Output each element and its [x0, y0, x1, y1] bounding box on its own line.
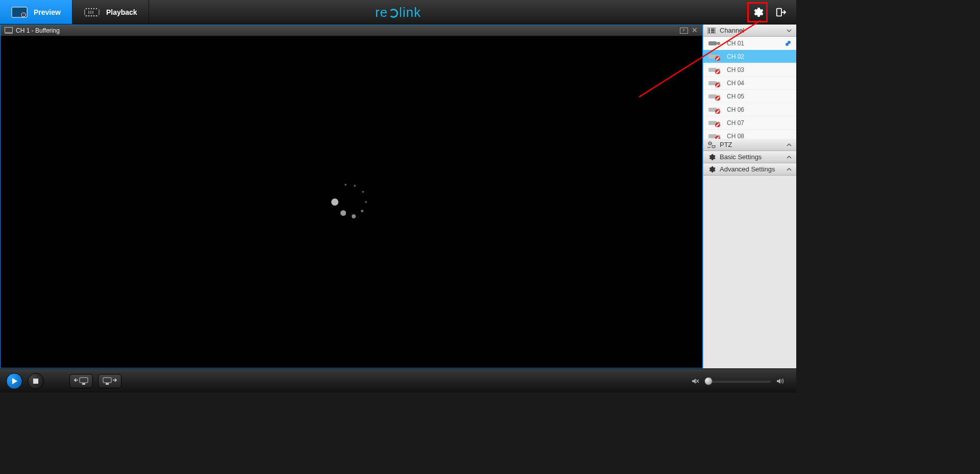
camera-disabled-icon: [708, 132, 722, 139]
fullscreen-button[interactable]: F: [680, 28, 688, 34]
link-icon[interactable]: [785, 40, 791, 46]
sidebar: Channel CH 01CH 02CH 03CH 04CH 05CH 06CH…: [703, 24, 796, 368]
playback-icon: [84, 7, 100, 18]
channel-label: CH 06: [727, 106, 744, 113]
channel-label: CH 08: [727, 133, 744, 139]
settings-button[interactable]: [747, 2, 768, 22]
chevron-up-icon: [786, 142, 792, 148]
channel-label: CH 04: [727, 80, 744, 87]
svg-rect-13: [88, 15, 89, 16]
channel-item[interactable]: CH 08: [703, 130, 796, 139]
panel-header-adv-settings[interactable]: Advanced Settings: [703, 163, 796, 176]
bottom-bar: [0, 368, 796, 393]
svg-rect-11: [96, 8, 97, 9]
volume-slider-thumb[interactable]: [704, 377, 713, 385]
camera-disabled-icon: [708, 79, 722, 87]
close-video-button[interactable]: ✕: [691, 27, 698, 34]
channel-label: CH 07: [727, 119, 744, 127]
svg-rect-69: [33, 379, 38, 384]
channel-item[interactable]: CH 06: [703, 103, 796, 116]
channel-item[interactable]: CH 03: [703, 63, 796, 77]
svg-rect-72: [103, 378, 111, 383]
panel-header-basic-label: Basic Settings: [720, 153, 762, 161]
svg-rect-21: [708, 29, 710, 30]
camera-disabled-icon: [708, 119, 722, 127]
brand-o-icon: [389, 9, 398, 18]
preview-icon: [11, 7, 28, 18]
gear-icon: [707, 153, 716, 161]
panel-header-adv-label: Advanced Settings: [720, 165, 775, 173]
channel-label: CH 02: [727, 53, 744, 60]
svg-rect-22: [711, 29, 715, 30]
next-screen-icon: [103, 377, 117, 385]
volume-group: [691, 377, 790, 385]
svg-rect-70: [80, 378, 88, 383]
svg-rect-12: [86, 15, 87, 16]
prev-screen-button[interactable]: [69, 374, 93, 388]
svg-rect-73: [106, 383, 109, 385]
stop-button[interactable]: [28, 373, 44, 389]
svg-rect-18: [5, 27, 13, 32]
panel-header-ptz[interactable]: PTZ: [703, 139, 796, 151]
main-panel: CH 1 - Buffering F ✕: [0, 24, 703, 368]
play-icon: [11, 378, 18, 385]
svg-rect-10: [93, 8, 94, 9]
panel-header-basic-settings[interactable]: Basic Settings: [703, 151, 796, 163]
volume-icon[interactable]: [776, 377, 784, 385]
svg-rect-23: [708, 30, 710, 31]
svg-rect-16: [96, 15, 97, 16]
prev-screen-icon: [74, 377, 88, 385]
svg-rect-27: [708, 41, 717, 45]
channel-list: CH 01CH 02CH 03CH 04CH 05CH 06CH 07CH 08: [703, 37, 796, 139]
stop-icon: [33, 378, 39, 384]
chevron-up-icon: [786, 166, 792, 172]
video-header: CH 1 - Buffering F ✕: [1, 25, 702, 36]
top-bar: Preview: [0, 0, 796, 24]
svg-point-68: [709, 143, 710, 144]
gear-icon: [707, 165, 716, 173]
brand-text-a: re: [375, 5, 388, 20]
chevron-up-icon: [786, 154, 792, 160]
svg-rect-26: [711, 32, 715, 33]
volume-slider[interactable]: [704, 380, 771, 383]
channel-item[interactable]: CH 07: [703, 116, 796, 130]
logout-button[interactable]: [774, 5, 788, 19]
brand-text-b: link: [399, 5, 421, 20]
channel-item[interactable]: CH 01: [703, 37, 796, 50]
tab-preview-label: Preview: [34, 8, 61, 16]
camera-disabled-icon: [708, 53, 722, 61]
panel-header-channel[interactable]: Channel: [703, 24, 796, 37]
tab-preview[interactable]: Preview: [0, 0, 72, 24]
channel-item[interactable]: CH 04: [703, 77, 796, 90]
video-title: CH 1 - Buffering: [16, 27, 60, 34]
svg-rect-71: [82, 383, 85, 385]
svg-rect-8: [88, 8, 89, 9]
svg-rect-25: [708, 32, 710, 33]
svg-rect-7: [86, 8, 87, 9]
logout-icon: [775, 7, 787, 18]
video-area[interactable]: [1, 36, 702, 368]
svg-rect-4: [85, 9, 99, 16]
next-screen-button[interactable]: [98, 374, 121, 388]
panel-header-channel-label: Channel: [720, 27, 744, 34]
channel-label: CH 05: [727, 93, 744, 100]
channel-label: CH 03: [727, 66, 744, 73]
play-button[interactable]: [6, 373, 22, 389]
svg-rect-9: [91, 8, 92, 9]
panel-header-ptz-label: PTZ: [720, 141, 732, 148]
brand-logo: relink: [375, 0, 421, 24]
loading-spinner: [331, 182, 372, 222]
list-icon: [707, 28, 716, 34]
channel-label: CH 01: [727, 40, 744, 47]
channel-item[interactable]: CH 05: [703, 90, 796, 103]
camera-disabled-icon: [708, 92, 722, 101]
tab-playback-label: Playback: [106, 8, 137, 16]
svg-rect-17: [777, 8, 781, 16]
svg-point-3: [23, 14, 24, 15]
svg-rect-24: [711, 30, 715, 31]
mute-icon[interactable]: [691, 377, 699, 385]
svg-rect-14: [91, 15, 92, 16]
channel-item[interactable]: CH 02: [703, 50, 796, 63]
tab-playback[interactable]: Playback: [72, 0, 149, 24]
app-root: Preview: [0, 0, 796, 393]
